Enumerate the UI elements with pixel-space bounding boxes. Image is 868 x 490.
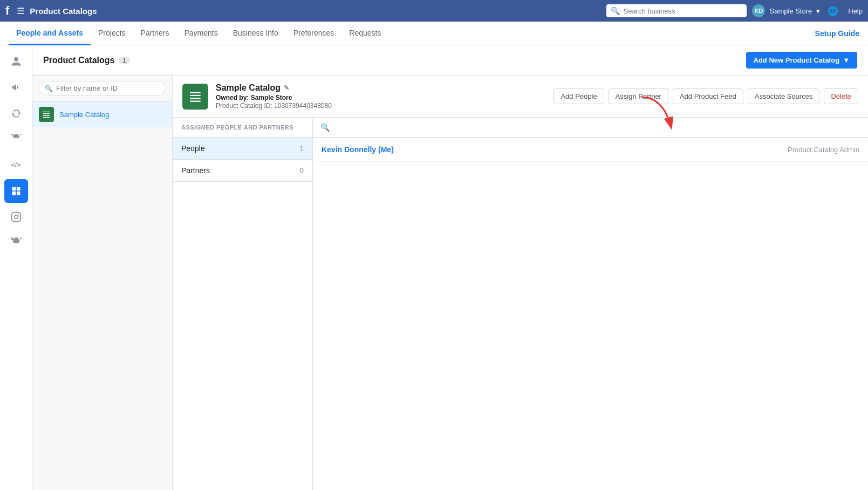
- global-search-input[interactable]: [623, 7, 742, 15]
- svg-point-2: [18, 214, 19, 215]
- people-search-area: 🔍: [313, 118, 868, 138]
- facebook-logo-icon: f: [5, 4, 9, 18]
- add-people-button[interactable]: Add People: [553, 89, 604, 104]
- help-link[interactable]: Help: [848, 7, 863, 15]
- page-header: Product Catalogs 1 Add New Product Catal…: [32, 45, 868, 76]
- sidebar-item-speaker[interactable]: [4, 101, 28, 125]
- sidebar-item-business[interactable]: [4, 231, 28, 255]
- app-title: Product Catalogs: [30, 6, 601, 16]
- person-row: Kevin Donnelly (Me) Product Catalog Admi…: [313, 138, 868, 162]
- delete-button[interactable]: Delete: [824, 89, 858, 104]
- user-name: Sample Store: [769, 7, 812, 15]
- associate-sources-button[interactable]: Associate Sources: [748, 89, 820, 104]
- tab-business-info[interactable]: Business Info: [225, 22, 286, 45]
- sidebar-item-ads[interactable]: [4, 76, 28, 99]
- detail-actions: Add People Assign Partner Add Product Fe…: [553, 89, 858, 104]
- tab-partners[interactable]: Partners: [133, 22, 177, 45]
- people-count: 1: [299, 144, 304, 153]
- partners-row[interactable]: Partners 0: [173, 160, 312, 182]
- add-new-product-catalog-button[interactable]: Add New Product Catalog ▼: [746, 52, 858, 69]
- detail-catalog-name: Sample Catalog ✎: [216, 83, 546, 93]
- main-layout: </> Product Catalogs 1 Add New Product C…: [0, 45, 868, 490]
- add-product-feed-button[interactable]: Add Product Feed: [673, 89, 743, 104]
- detail-info: Sample Catalog ✎ Owned by: Sample Store …: [216, 83, 546, 110]
- assigned-header: ASSIGNED PEOPLE AND PARTNERS: [173, 118, 312, 138]
- edit-icon[interactable]: ✎: [284, 84, 289, 92]
- top-navigation: f ☰ Product Catalogs 🔍 KD Sample Store ▾…: [0, 0, 868, 22]
- chevron-down-icon: ▾: [816, 7, 820, 15]
- svg-rect-0: [11, 213, 20, 222]
- sidebar-item-catalog[interactable]: [4, 179, 28, 203]
- secondary-navigation: People and Assets Projects Partners Paym…: [0, 22, 868, 45]
- icon-sidebar: </>: [0, 45, 32, 490]
- assigned-left-panel: ASSIGNED PEOPLE AND PARTNERS People 1 Pa…: [173, 118, 313, 490]
- assigned-right-panel: 🔍 Kevin Donnelly (Me) Product Catalog Ad…: [313, 118, 868, 490]
- person-role: Product Catalog Admin: [788, 146, 859, 154]
- detail-owned: Owned by: Sample Store: [216, 94, 546, 101]
- user-menu[interactable]: KD Sample Store ▾: [752, 4, 820, 17]
- content-area: Product Catalogs 1 Add New Product Catal…: [32, 45, 868, 490]
- sidebar-item-instagram[interactable]: [4, 205, 28, 229]
- svg-point-1: [14, 215, 18, 219]
- catalog-list-icon: [39, 107, 54, 122]
- sidebar-item-products[interactable]: [4, 127, 28, 151]
- catalog-id-value: 1030739440348080: [274, 102, 332, 110]
- page-title: Product Catalogs: [43, 56, 114, 65]
- detail-header: Sample Catalog ✎ Owned by: Sample Store …: [173, 76, 868, 118]
- catalog-count-badge: 1: [119, 57, 129, 64]
- partners-count: 0: [299, 166, 304, 175]
- search-icon: 🔍: [320, 123, 330, 132]
- partners-label: Partners: [181, 166, 210, 175]
- tab-preferences[interactable]: Preferences: [286, 22, 341, 45]
- avatar: KD: [752, 4, 765, 17]
- catalog-detail-panel: Sample Catalog ✎ Owned by: Sample Store …: [173, 76, 868, 490]
- setup-guide-link[interactable]: Setup Guide: [815, 29, 859, 38]
- search-icon: 🔍: [611, 6, 620, 15]
- sidebar-item-code[interactable]: </>: [4, 153, 28, 177]
- tab-people-and-assets[interactable]: People and Assets: [9, 22, 91, 45]
- globe-icon[interactable]: 🌐: [828, 6, 838, 16]
- global-search-bar[interactable]: 🔍: [606, 4, 747, 17]
- assign-partner-button[interactable]: Assign Partner: [609, 89, 668, 104]
- catalog-search-area: 🔍: [32, 76, 172, 101]
- search-icon: 🔍: [45, 85, 53, 92]
- catalog-list-name: Sample Catalog: [59, 111, 110, 119]
- catalog-list-panel: 🔍 Sample Catalog: [32, 76, 173, 490]
- tab-payments[interactable]: Payments: [176, 22, 225, 45]
- tab-projects[interactable]: Projects: [91, 22, 133, 45]
- assigned-section: ASSIGNED PEOPLE AND PARTNERS People 1 Pa…: [173, 118, 868, 490]
- tab-requests[interactable]: Requests: [341, 22, 388, 45]
- detail-catalog-id: Product Catalog ID: 1030739440348080: [216, 102, 546, 110]
- people-search-inner: 🔍: [320, 123, 860, 132]
- sidebar-item-people[interactable]: [4, 50, 28, 73]
- person-name[interactable]: Kevin Donnelly (Me): [322, 145, 394, 154]
- hamburger-icon[interactable]: ☰: [17, 6, 24, 16]
- people-label: People: [181, 144, 205, 153]
- dropdown-icon: ▼: [843, 56, 850, 64]
- catalog-list-item[interactable]: Sample Catalog: [32, 101, 172, 127]
- catalog-search-box[interactable]: 🔍: [39, 81, 166, 96]
- catalog-name-text: Sample Catalog: [216, 83, 281, 93]
- three-column-layout: 🔍 Sample Catalog: [32, 76, 868, 490]
- add-catalog-label: Add New Product Catalog: [754, 56, 840, 64]
- detail-catalog-icon: [182, 84, 208, 110]
- catalog-filter-input[interactable]: [56, 84, 160, 92]
- people-row[interactable]: People 1: [173, 138, 312, 160]
- detail-owner: Sample Store: [251, 94, 292, 101]
